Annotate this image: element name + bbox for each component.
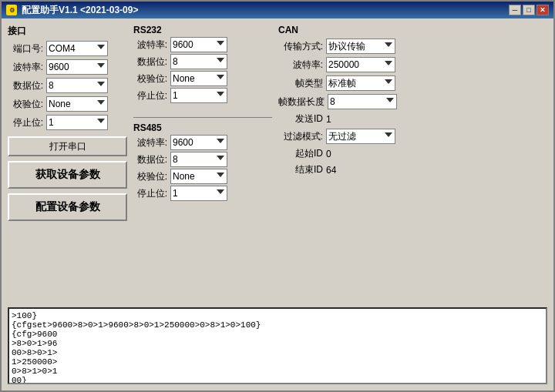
serial-panel: 接口 端口号: COM4 COM1 COM2 COM3 波特率: 9600 19… — [8, 25, 127, 303]
log-area[interactable]: >100} {cfgset>9600>8>0>1>9600>8>0>1>2500… — [8, 307, 547, 384]
port-select[interactable]: COM4 COM1 COM2 COM3 — [46, 41, 108, 56]
rs485-baud-select[interactable]: 9600 19200 38400 115200 — [170, 135, 227, 150]
rs232-data-row: 数据位: 8 7 — [133, 54, 272, 69]
rs485-data-label: 数据位: — [133, 153, 167, 166]
can-panel: CAN 传输方式: 协议传输 透明传输 波特率: 250000 500000 1… — [278, 25, 547, 303]
rs232-stop-label: 停止位: — [133, 89, 167, 102]
rs485-title: RS485 — [133, 122, 272, 133]
can-endid-row: 结束ID 64 — [278, 163, 547, 176]
can-mode-row: 传输方式: 协议传输 透明传输 — [278, 39, 547, 54]
minimize-button[interactable]: ─ — [509, 5, 521, 15]
log-line-5: 00>8>0>1> — [12, 348, 533, 357]
can-frame-row: 帧类型 标准帧 扩展帧 — [278, 75, 547, 91]
can-startid-row: 起始ID 0 — [278, 147, 547, 160]
serial-data-label: 数据位: — [8, 79, 43, 92]
can-startid-value: 0 — [326, 149, 331, 159]
can-endid-value: 64 — [326, 165, 336, 176]
rs485-baud-label: 波特率: — [133, 136, 167, 149]
set-params-button[interactable]: 配置设备参数 — [8, 193, 127, 221]
can-startid-label: 起始ID — [278, 147, 323, 160]
titlebar: ⚙ 配置助手V1.1 <2021-03-09> ─ □ ✕ — [2, 2, 553, 18]
rs485-section: RS485 波特率: 9600 19200 38400 115200 数据位: — [133, 122, 272, 203]
log-line-8: 00} — [12, 376, 533, 384]
panels-container: 接口 端口号: COM4 COM1 COM2 COM3 波特率: 9600 19… — [8, 25, 547, 303]
titlebar-title: ⚙ 配置助手V1.1 <2021-03-09> — [6, 4, 138, 17]
can-mode-label: 传输方式: — [278, 40, 323, 53]
rs232-baud-select[interactable]: 9600 19200 38400 115200 — [170, 37, 227, 52]
can-sendid-row: 发送ID 1 — [278, 112, 547, 126]
can-title: CAN — [278, 25, 547, 35]
rs232-data-label: 数据位: — [133, 55, 167, 69]
rs232-parity-row: 校验位: None Odd Even — [133, 71, 272, 86]
open-port-button[interactable]: 打开串口 — [8, 136, 127, 156]
titlebar-buttons: ─ □ ✕ — [509, 5, 549, 15]
serial-parity-select[interactable]: None Odd Even — [46, 96, 108, 112]
rs232-stop-select[interactable]: 1 2 — [170, 88, 227, 103]
serial-baud-label: 波特率: — [8, 61, 43, 74]
serial-stop-row: 停止位: 1 2 — [8, 115, 127, 130]
mid-panel: RS232 波特率: 9600 19200 38400 115200 数据位: — [133, 25, 272, 303]
serial-stop-label: 停止位: — [8, 116, 43, 129]
rs485-parity-select[interactable]: None Odd Even — [170, 169, 227, 184]
rs485-parity-row: 校验位: None Odd Even — [133, 169, 272, 184]
serial-baud-row: 波特率: 9600 19200 38400 115200 — [8, 59, 127, 75]
log-line-7: 0>8>1>0>1 — [12, 367, 533, 376]
can-datalen-label: 帧数据长度 — [278, 95, 325, 109]
rs232-stop-row: 停止位: 1 2 — [133, 88, 272, 103]
can-datalen-row: 帧数据长度 8 4 2 — [278, 94, 547, 109]
maximize-button[interactable]: □ — [523, 5, 535, 15]
log-line-6: 1>250000> — [12, 357, 533, 367]
port-row: 端口号: COM4 COM1 COM2 COM3 — [8, 41, 127, 56]
rs232-baud-row: 波特率: 9600 19200 38400 115200 — [133, 37, 272, 52]
can-endid-label: 结束ID — [278, 163, 323, 176]
main-window: ⚙ 配置助手V1.1 <2021-03-09> ─ □ ✕ 接口 端口号: CO… — [0, 0, 555, 392]
rs485-stop-row: 停止位: 1 2 — [133, 186, 272, 201]
serial-stop-select[interactable]: 1 2 — [46, 115, 108, 130]
serial-data-row: 数据位: 8 7 — [8, 78, 127, 93]
window-title: 配置助手V1.1 <2021-03-09> — [22, 4, 138, 17]
can-baud-label: 波特率: — [278, 59, 323, 72]
rs232-section: RS232 波特率: 9600 19200 38400 115200 数据位: — [133, 25, 272, 105]
rs232-data-select[interactable]: 8 7 — [170, 54, 227, 69]
rs232-title: RS232 — [133, 25, 272, 35]
app-icon: ⚙ — [6, 5, 17, 15]
can-baud-select[interactable]: 250000 500000 1000000 — [326, 57, 395, 72]
port-label: 端口号: — [8, 42, 43, 55]
rs485-data-row: 数据位: 8 7 — [133, 152, 272, 167]
log-line-3: {cfg>9600 — [12, 330, 533, 339]
rs485-stop-select[interactable]: 1 2 — [170, 186, 227, 201]
log-content: >100} {cfgset>9600>8>0>1>9600>8>0>1>2500… — [12, 311, 543, 384]
can-frame-select[interactable]: 标准帧 扩展帧 — [326, 75, 395, 91]
mid-divider — [133, 117, 272, 118]
serial-title: 接口 — [8, 25, 127, 38]
can-sendid-value: 1 — [326, 114, 331, 125]
can-mode-select[interactable]: 协议传输 透明传输 — [326, 39, 395, 54]
can-frame-label: 帧类型 — [278, 77, 323, 90]
log-line-2: {cfgset>9600>8>0>1>9600>8>0>1>250000>0>8… — [12, 320, 533, 330]
serial-parity-row: 校验位: None Odd Even — [8, 96, 127, 112]
rs232-parity-label: 校验位: — [133, 72, 167, 85]
serial-data-select[interactable]: 8 7 — [46, 78, 108, 93]
rs232-parity-select[interactable]: None Odd Even — [170, 71, 227, 86]
can-baud-row: 波特率: 250000 500000 1000000 — [278, 57, 547, 72]
close-button[interactable]: ✕ — [536, 5, 549, 15]
log-line-4: >8>0>1>96 — [12, 339, 533, 348]
can-sendid-label: 发送ID — [278, 112, 323, 126]
get-params-button[interactable]: 获取设备参数 — [8, 161, 127, 189]
can-datalen-select[interactable]: 8 4 2 — [328, 94, 397, 109]
rs485-data-select[interactable]: 8 7 — [170, 152, 227, 167]
main-content: 接口 端口号: COM4 COM1 COM2 COM3 波特率: 9600 19… — [2, 18, 553, 390]
can-filter-label: 过滤模式: — [278, 130, 323, 143]
serial-baud-select[interactable]: 9600 19200 38400 115200 — [46, 59, 108, 75]
log-line-1: >100} — [12, 311, 533, 320]
can-filter-row: 过滤模式: 无过滤 单滤波 双滤波 — [278, 129, 547, 144]
can-filter-select[interactable]: 无过滤 单滤波 双滤波 — [326, 129, 395, 144]
rs485-baud-row: 波特率: 9600 19200 38400 115200 — [133, 135, 272, 150]
serial-parity-label: 校验位: — [8, 98, 43, 111]
rs485-parity-label: 校验位: — [133, 170, 167, 183]
rs485-stop-label: 停止位: — [133, 187, 167, 200]
rs232-baud-label: 波特率: — [133, 39, 167, 52]
